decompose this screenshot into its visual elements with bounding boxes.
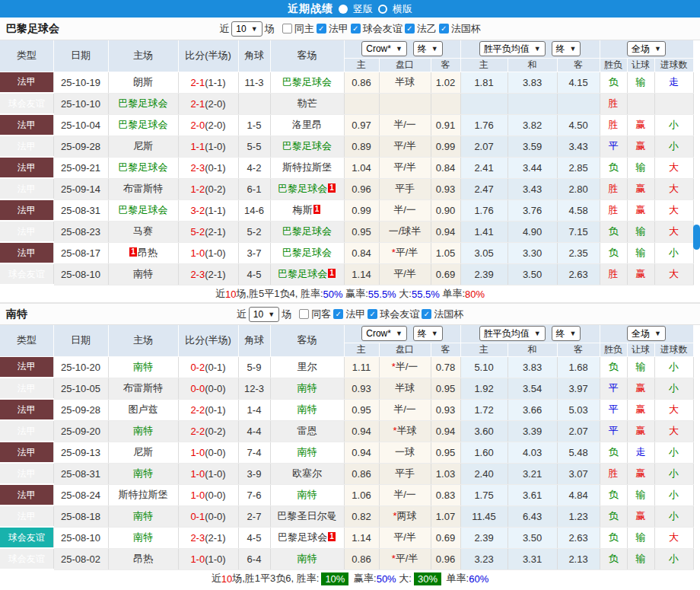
odds-home <box>344 93 379 114</box>
result-goals: 大 <box>654 178 693 199</box>
corner-score: 3-7 <box>238 242 270 263</box>
odds-time-select[interactable]: 终▼ <box>413 326 443 341</box>
avg-odds-select[interactable]: 胜平负均值▼ <box>479 326 546 341</box>
col-away: 客场 <box>270 325 344 356</box>
avg-home-odds: 2.47 <box>460 178 508 199</box>
match-row: 法甲25-10-05布雷斯特0-0(0-0)12-3南特0.93半球0.951.… <box>0 378 693 399</box>
odds-away: 1.02 <box>431 72 460 93</box>
match-row: 球会友谊25-10-10巴黎足球会2-1(2-0)勒芒胜 <box>0 93 693 114</box>
league-checkbox-0[interactable]: ✓ <box>333 309 343 319</box>
match-row: 法甲25-09-14布雷斯特1-2(0-2)6-1巴黎足球会10.96平手0.9… <box>0 178 693 199</box>
odds-away: 0.93 <box>431 178 460 199</box>
match-score: 1-1(1-0) <box>178 136 238 157</box>
away-team: 巴黎圣日尔曼 <box>270 505 344 527</box>
match-row: 法甲25-08-31南特1-0(1-0)3-9欧塞尔0.86平手1.032.40… <box>0 463 693 484</box>
league-label-0[interactable]: 法甲 <box>345 308 365 321</box>
odds-away: 0.69 <box>431 527 460 548</box>
home-team: 布雷斯特 <box>108 178 178 199</box>
games-count-select[interactable]: 10▼ <box>249 307 279 322</box>
summary-part: 场,胜5平1负4, 胜率: <box>236 287 323 301</box>
corner-score: 4-4 <box>238 420 270 442</box>
corner-score: 14-6 <box>238 199 270 221</box>
result-goals: 小 <box>654 242 693 263</box>
league-label-1[interactable]: 球会友谊 <box>363 22 402 36</box>
col-outcome: 胜负 <box>600 58 627 72</box>
corner-score: 6-1 <box>238 178 270 199</box>
summary-part: 近 <box>215 287 225 301</box>
col-goals-result: 进球数 <box>654 58 693 72</box>
league-checkbox-2[interactable]: ✓ <box>405 24 415 33</box>
match-date: 25-08-18 <box>53 505 108 527</box>
corner-score: 4-2 <box>238 157 270 178</box>
avg-time-select[interactable]: 终▼ <box>552 326 581 341</box>
result-goals: 大 <box>654 263 693 285</box>
away-team: 梅斯1 <box>270 199 344 221</box>
home-team: 图卢兹 <box>108 399 178 420</box>
match-date: 25-10-20 <box>53 356 108 378</box>
avg-home-odds: 5.10 <box>460 356 508 378</box>
away-team: 南特 <box>270 484 344 505</box>
same-venue-label[interactable]: 同客 <box>311 308 331 321</box>
same-venue-checkbox[interactable] <box>299 309 309 319</box>
league-checkbox-1[interactable]: ✓ <box>368 309 377 319</box>
radio-vertical-label[interactable]: 竖版 <box>353 2 373 16</box>
radio-vertical-layout[interactable] <box>339 5 348 14</box>
odds-time-select[interactable]: 终▼ <box>413 41 443 56</box>
league-checkbox-2[interactable]: ✓ <box>422 309 431 319</box>
avg-away-odds: 2.63 <box>557 527 600 548</box>
league-label-0[interactable]: 法甲 <box>329 22 348 36</box>
match-date: 25-08-10 <box>53 527 108 548</box>
col-date: 日期 <box>53 325 108 356</box>
match-date: 25-10-10 <box>53 93 108 114</box>
odds-provider-select[interactable]: Crow*▼ <box>361 326 407 341</box>
corner-score: 7-6 <box>238 484 270 505</box>
games-count-select[interactable]: 10▼ <box>231 21 262 37</box>
avg-draw-odds: 3.21 <box>508 463 557 484</box>
league-checkbox-0[interactable]: ✓ <box>317 24 326 33</box>
avg-home-odds: 2.41 <box>460 157 508 178</box>
col-handicap-result: 让球 <box>627 343 654 356</box>
same-venue-checkbox[interactable] <box>282 24 292 33</box>
avg-draw-odds: 3.30 <box>508 242 557 263</box>
league-label-1[interactable]: 球会友谊 <box>380 308 419 321</box>
avg-odds-select[interactable]: 胜平负均值▼ <box>479 41 546 56</box>
scope-select[interactable]: 全场▼ <box>627 326 666 341</box>
away-team: 巴黎足球会 <box>270 242 344 263</box>
avg-away-odds: 4.50 <box>557 114 600 136</box>
scope-select[interactable]: 全场▼ <box>627 41 666 56</box>
avg-home-odds: 1.81 <box>460 72 508 93</box>
match-score: 2-3(0-1) <box>178 157 238 178</box>
away-team: 巴黎足球会1 <box>270 527 344 548</box>
scrollbar-thumb[interactable] <box>693 225 700 250</box>
home-team: 昂热 <box>108 548 178 569</box>
avg-draw-odds: 3.50 <box>508 527 557 548</box>
odds-home: 0.86 <box>344 548 379 569</box>
corner-score: 6-4 <box>238 548 270 569</box>
odds-provider-select[interactable]: Crow*▼ <box>361 41 407 56</box>
avg-time-select[interactable]: 终▼ <box>552 41 581 56</box>
match-type: 法甲 <box>0 136 53 157</box>
odds-away: 1.07 <box>431 505 460 527</box>
filter-near-label: 近 <box>219 22 229 36</box>
league-label-2[interactable]: 法国杯 <box>434 308 463 321</box>
match-date: 25-09-13 <box>53 442 108 463</box>
odds-home: 0.82 <box>344 505 379 527</box>
match-row: 法甲25-10-19朗斯2-1(1-1)11-3巴黎足球会0.86半球1.021… <box>0 72 693 93</box>
radio-horizontal-label[interactable]: 横版 <box>393 2 412 16</box>
red-card-badge: 1 <box>328 183 336 193</box>
avg-draw-odds: 3.83 <box>508 356 557 378</box>
radio-horizontal-layout[interactable] <box>378 5 387 14</box>
summary-part: 10 <box>221 573 232 585</box>
col-odds-home: 主 <box>344 58 379 72</box>
same-venue-label[interactable]: 同主 <box>294 22 314 36</box>
col-avg-draw: 和 <box>508 58 557 72</box>
league-label-2[interactable]: 法乙 <box>417 22 437 36</box>
league-checkbox-1[interactable]: ✓ <box>351 24 361 33</box>
league-label-3[interactable]: 法国杯 <box>451 22 481 36</box>
result-goals: 小 <box>654 484 693 505</box>
corner-score: 4-5 <box>238 263 270 285</box>
recent-results-page: 近期战绩 竖版 横版 巴黎足球会 近10▼场同主✓法甲✓球会友谊✓法乙✓法国杯 … <box>0 0 700 590</box>
result-handicap: 赢 <box>627 114 654 136</box>
result-handicap: 赢 <box>627 463 654 484</box>
league-checkbox-3[interactable]: ✓ <box>439 24 449 33</box>
